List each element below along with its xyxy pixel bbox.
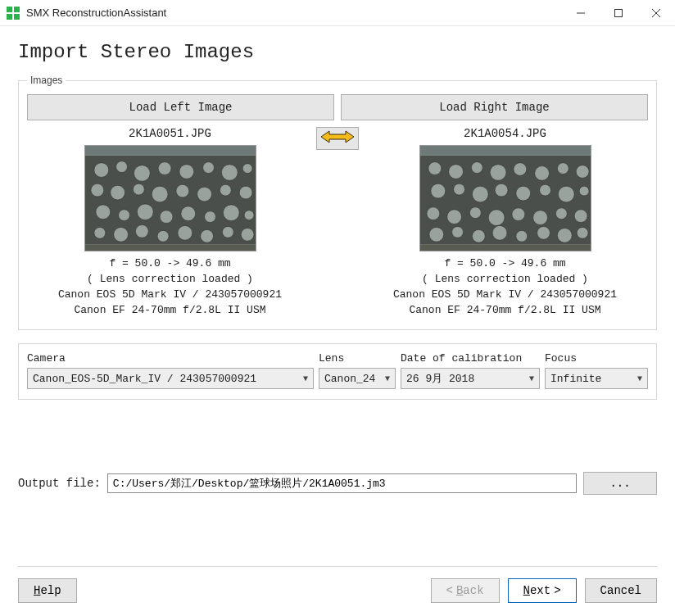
window-title: SMX ReconstructionAssistant [26,7,562,19]
svg-point-25 [175,184,188,197]
right-lens-correction: ( Lens correction loaded ) [367,272,643,288]
svg-point-67 [469,207,481,219]
svg-point-26 [197,187,211,202]
right-camera-line: Canon EOS 5D Mark IV / 243057000921 [367,288,643,303]
svg-rect-48 [420,244,591,251]
output-file-label: Output file: [18,477,101,490]
calibration-date-value: 26 9月 2018 [406,371,524,386]
svg-point-18 [202,162,214,174]
svg-point-52 [490,165,506,181]
svg-point-24 [152,186,168,202]
window-minimize-button[interactable] [562,0,600,26]
svg-point-41 [177,225,192,240]
svg-point-78 [537,226,550,239]
svg-point-59 [472,186,488,202]
svg-point-56 [576,165,589,179]
chevron-down-icon: ▼ [528,374,536,383]
svg-rect-5 [7,12,20,14]
svg-point-55 [557,163,569,174]
svg-rect-46 [420,146,591,156]
left-image-thumbnail [84,145,256,251]
svg-point-39 [135,224,148,238]
right-image-column: 2K1A0054.JPG [362,127,648,318]
svg-marker-45 [321,131,354,143]
chevron-left-icon: < [446,584,453,597]
page-title: Import Stereo Images [18,41,657,63]
window-controls [562,0,675,26]
svg-point-63 [558,186,574,202]
svg-point-62 [539,184,550,196]
next-button[interactable]: Next > [508,578,577,603]
window-close-button[interactable] [637,0,675,26]
calibration-group: Camera Lens Date of calibration Focus Ca… [18,343,657,400]
svg-point-33 [180,206,195,221]
browse-output-label: ... [609,477,630,490]
chevron-down-icon: ▼ [383,374,392,383]
svg-point-71 [555,208,567,220]
svg-rect-7 [615,9,623,16]
left-lens-correction: ( Lens correction loaded ) [32,272,308,288]
svg-point-61 [515,186,530,201]
help-button[interactable]: Help [18,578,77,603]
svg-point-16 [158,162,171,175]
load-right-image-button[interactable]: Load Right Image [341,94,648,120]
right-image-thumbnail [419,145,591,251]
focus-dropdown[interactable]: Infinite ▼ [545,368,648,389]
back-button: < Back [431,578,500,603]
camera-label: Camera [27,352,319,365]
help-rest: elp [40,584,61,597]
browse-output-button[interactable]: ... [583,472,657,495]
svg-point-58 [453,183,464,195]
svg-point-54 [534,166,549,181]
svg-point-53 [513,163,526,176]
swap-arrows-icon [321,129,354,147]
window-maximize-button[interactable] [600,0,637,26]
load-right-image-label: Load Right Image [439,101,549,114]
svg-point-21 [90,183,103,197]
svg-point-72 [574,210,587,223]
left-focal-line: f = 50.0 -> 49.6 mm [32,256,308,272]
svg-point-40 [157,230,169,242]
svg-point-77 [515,230,527,242]
output-file-input[interactable] [107,473,577,493]
camera-dropdown-value: Canon_EOS-5D_Mark_IV / 243057000921 [33,373,298,385]
svg-point-65 [426,207,439,220]
camera-dropdown[interactable]: Canon_EOS-5D_Mark_IV / 243057000921 ▼ [27,368,314,389]
svg-point-27 [220,184,231,196]
left-filename: 2K1A0051.JPG [32,127,308,140]
chevron-right-icon: > [554,584,560,597]
right-filename: 2K1A0054.JPG [367,127,643,140]
wizard-footer: Help < Back Next > Cancel [18,566,657,603]
lens-dropdown[interactable]: Canon_24 ▼ [319,368,396,389]
svg-rect-2 [7,14,12,20]
svg-point-32 [160,211,173,224]
svg-rect-0 [7,7,12,12]
svg-point-19 [221,165,238,181]
svg-point-23 [133,183,144,195]
svg-point-73 [428,227,443,242]
svg-point-76 [492,225,507,240]
swap-images-button[interactable] [316,127,359,150]
svg-point-14 [116,161,127,173]
left-camera-line: Canon EOS 5D Mark IV / 243057000921 [32,288,308,303]
svg-point-22 [110,185,125,200]
lens-dropdown-value: Canon_24 [324,373,380,385]
svg-point-68 [488,210,505,226]
next-rest: ext [530,584,550,597]
cancel-button[interactable]: Cancel [585,578,657,603]
svg-point-34 [204,211,215,223]
load-left-image-button[interactable]: Load Left Image [27,94,334,120]
focus-dropdown-value: Infinite [550,373,632,385]
left-lens-line: Canon EF 24-70mm f/2.8L II USM [32,303,308,319]
svg-point-51 [471,162,482,174]
svg-rect-12 [85,244,256,251]
svg-point-28 [239,186,252,199]
svg-rect-10 [85,146,256,156]
svg-point-79 [557,228,572,242]
svg-point-30 [118,210,129,221]
svg-point-70 [532,211,547,225]
right-focal-line: f = 50.0 -> 49.6 mm [367,256,643,272]
calibration-date-dropdown[interactable]: 26 9月 2018 ▼ [401,368,540,389]
svg-point-20 [242,164,252,174]
svg-point-49 [428,162,441,175]
